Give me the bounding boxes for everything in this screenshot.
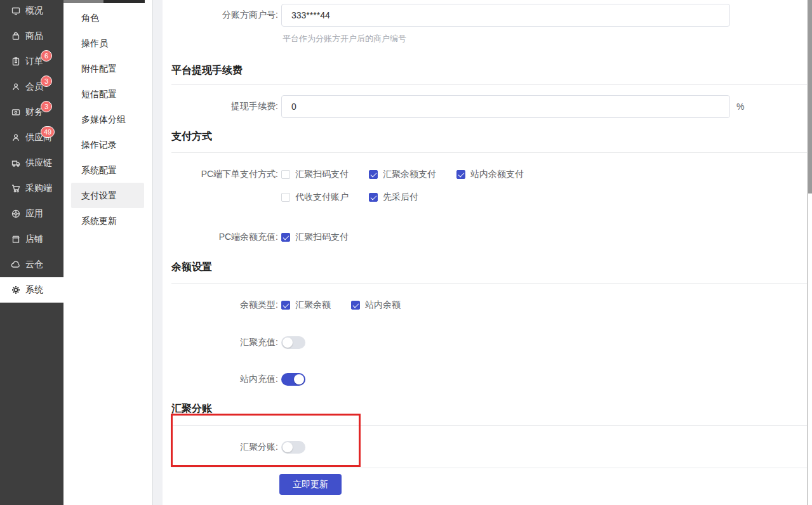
sidebar-item-label: 云仓 — [25, 259, 43, 270]
checkbox[interactable] — [351, 301, 360, 310]
huiju-split-toggle[interactable] — [281, 441, 305, 454]
sidebar-item-system[interactable]: 系统 — [0, 277, 63, 303]
bag-icon — [11, 31, 21, 41]
checkbox-label: 站内余额 — [365, 299, 401, 311]
sidebar-item-label: 采购端 — [25, 183, 52, 194]
suppliers-count-badge: 49 — [41, 126, 55, 138]
checkbox-option-site-balance-pay[interactable]: 站内余额支付 — [456, 169, 524, 180]
pc-order-pay-row2: 代收支付账户 先采后付 — [165, 191, 439, 204]
checkbox-option-site-balance[interactable]: 站内余额 — [351, 299, 401, 311]
merchant-number-row: 分账方商户号: — [165, 4, 730, 27]
section-divider — [171, 152, 807, 153]
section-title-huiju-split: 汇聚分账 — [171, 402, 212, 416]
toggle-knob — [283, 442, 293, 452]
menu-scrollbar[interactable] — [152, 0, 163, 505]
checkbox-option-huiju-scan-recharge[interactable]: 汇聚扫码支付 — [281, 232, 349, 243]
section-divider — [171, 425, 807, 426]
pc-recharge-label: PC端余额充值: — [165, 232, 278, 243]
balance-type-row: 余额类型: 汇聚余额 站内余额 — [165, 299, 421, 312]
sidebar-item-procurement[interactable]: 采购端 — [0, 176, 63, 201]
supplier-icon — [11, 133, 21, 143]
section-divider — [171, 468, 807, 468]
pc-recharge-row: PC端余额充值: 汇聚扫码支付 — [165, 231, 369, 244]
payment-settings-page: 概况 商品 订单 6 会员 3 财务 3 — [0, 0, 812, 505]
huiju-recharge-row: 汇聚充值: — [165, 336, 305, 349]
checkbox[interactable] — [281, 233, 290, 242]
balance-type-label: 余额类型: — [165, 299, 278, 311]
checkbox[interactable] — [369, 170, 378, 179]
sidebar-item-suppliers[interactable]: 供应商 49 — [0, 125, 63, 150]
huiju-recharge-toggle[interactable] — [281, 336, 305, 349]
menu-item-sms-config[interactable]: 短信配置 — [63, 81, 152, 107]
checkbox-label: 汇聚余额 — [295, 299, 331, 311]
checkbox[interactable] — [369, 193, 378, 202]
toggle-knob — [283, 338, 293, 348]
site-recharge-toggle[interactable] — [281, 373, 305, 386]
merchant-number-label: 分账方商户号: — [165, 10, 278, 21]
page-scrollbar — [807, 0, 812, 505]
finance-count-badge: 3 — [41, 101, 52, 112]
huiju-recharge-label: 汇聚充值: — [165, 337, 278, 348]
checkbox-label: 先采后付 — [383, 192, 418, 203]
section-title-withdraw-fee: 平台提现手续费 — [171, 64, 243, 77]
merchant-number-input[interactable] — [281, 4, 730, 27]
gear-icon — [11, 285, 21, 295]
sidebar-item-label: 供应链 — [25, 157, 52, 169]
truck-icon — [11, 158, 21, 168]
menu-item-media-groups[interactable]: 多媒体分组 — [63, 107, 152, 132]
site-recharge-label: 站内充值: — [165, 374, 278, 385]
sidebar-item-shops[interactable]: 店铺 — [0, 226, 63, 252]
sidebar-item-orders[interactable]: 订单 6 — [0, 49, 63, 74]
checkbox-option-huiju-scan-pay[interactable]: 汇聚扫码支付 — [281, 169, 349, 180]
sidebar-item-label: 商品 — [25, 30, 43, 42]
top-strip-segment — [103, 0, 145, 3]
checkbox[interactable] — [281, 170, 290, 179]
section-divider — [171, 84, 807, 85]
site-recharge-row: 站内充值: — [165, 373, 305, 386]
checkbox[interactable] — [456, 170, 465, 179]
withdraw-fee-row: 提现手续费: % — [165, 95, 744, 118]
top-strip-segment — [63, 0, 103, 3]
checkbox[interactable] — [281, 301, 290, 310]
monitor-icon — [11, 6, 21, 16]
checkbox-option-huiju-balance[interactable]: 汇聚余额 — [281, 299, 331, 311]
menu-item-operators[interactable]: 操作员 — [63, 30, 152, 56]
menu-item-operation-log[interactable]: 操作记录 — [63, 132, 152, 157]
sidebar-item-apps[interactable]: 应用 — [0, 201, 63, 226]
menu-item-system-update[interactable]: 系统更新 — [63, 208, 152, 233]
menu-item-system-config[interactable]: 系统配置 — [63, 157, 152, 183]
sidebar-item-goods[interactable]: 商品 — [0, 23, 63, 49]
members-count-badge: 3 — [41, 75, 52, 87]
sidebar-item-finance[interactable]: 财务 3 — [0, 100, 63, 125]
checkbox-option-huiju-balance-pay[interactable]: 汇聚余额支付 — [369, 169, 436, 180]
section-title-balance: 余额设置 — [171, 261, 212, 274]
menu-item-payment-settings[interactable]: 支付设置 — [71, 183, 144, 208]
sidebar-item-label: 概况 — [25, 5, 43, 16]
member-icon — [11, 82, 21, 92]
checkbox-option-buy-first-pay-later[interactable]: 先采后付 — [369, 192, 418, 203]
apps-icon — [11, 209, 21, 219]
sidebar-item-members[interactable]: 会员 3 — [0, 74, 63, 100]
checkbox-option-collection-account[interactable]: 代收支付账户 — [281, 192, 349, 203]
sidebar-item-label: 系统 — [25, 284, 43, 296]
page-scrollbar-thumb[interactable] — [808, 0, 812, 193]
sidebar-item-supply-chain[interactable]: 供应链 — [0, 150, 63, 176]
menu-item-roles[interactable]: 角色 — [63, 5, 152, 30]
update-now-button[interactable]: 立即更新 — [279, 474, 342, 495]
sidebar-item-overview[interactable]: 概况 — [0, 0, 63, 23]
cloud-icon — [11, 259, 21, 270]
pc-order-pay-label: PC端下单支付方式: — [165, 169, 278, 180]
toggle-knob — [294, 374, 304, 384]
checkbox-label: 汇聚余额支付 — [383, 169, 436, 180]
huiju-split-label: 汇聚分账: — [165, 442, 278, 453]
withdraw-fee-label: 提现手续费: — [165, 101, 278, 112]
finance-icon — [11, 107, 21, 117]
sidebar-item-label: 店铺 — [25, 233, 43, 245]
checkbox-label: 站内余额支付 — [470, 169, 524, 180]
withdraw-fee-input[interactable] — [281, 95, 730, 118]
menu-item-attachment-config[interactable]: 附件配置 — [63, 56, 152, 81]
secondary-menu: 角色 操作员 附件配置 短信配置 多媒体分组 操作记录 系统配置 支付设置 系统… — [63, 0, 152, 505]
checkbox[interactable] — [281, 193, 290, 202]
sidebar-item-cloud-warehouse[interactable]: 云仓 — [0, 252, 63, 277]
checkbox-label: 代收支付账户 — [295, 192, 349, 203]
